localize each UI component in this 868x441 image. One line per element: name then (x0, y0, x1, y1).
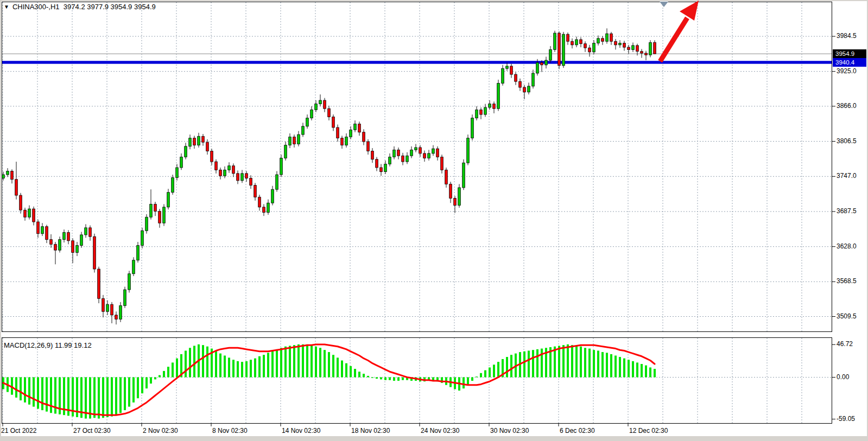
macd-histogram-bar (202, 345, 204, 377)
candle-bull (311, 110, 313, 118)
candlestick-chart-canvas[interactable] (0, 0, 868, 441)
macd-histogram-bar (575, 346, 578, 377)
macd-histogram-bar (119, 378, 122, 413)
macd-histogram-bar (384, 378, 387, 380)
macd-histogram-bar (619, 357, 621, 377)
macd-histogram-bar (462, 378, 465, 389)
macd-histogram-bar (319, 348, 321, 377)
candle-bull (649, 42, 652, 55)
macd-histogram-bar (389, 378, 391, 380)
candle-bear (523, 87, 526, 92)
macd-histogram-bar (163, 371, 165, 378)
macd-histogram-bar (367, 376, 369, 378)
candle-bull (489, 104, 491, 108)
candle-bear (111, 304, 113, 315)
candle-bull (554, 33, 556, 49)
macd-histogram-bar (358, 372, 360, 377)
chart-shift-marker-icon[interactable] (660, 2, 668, 7)
macd-histogram-bar (562, 345, 565, 377)
macd-histogram-bar (206, 347, 208, 378)
time-axis-label: 24 Nov 02:30 (421, 427, 459, 434)
macd-histogram-bar (354, 369, 356, 377)
horizontal-level-line[interactable] (2, 61, 832, 63)
candle-bull (284, 145, 287, 158)
macd-histogram-bar (167, 367, 169, 377)
time-axis-label: 30 Nov 02:30 (490, 427, 529, 434)
candle-bull (575, 40, 578, 45)
macd-histogram-bar (493, 365, 495, 377)
candle-bull (63, 233, 66, 240)
candle-bull (137, 245, 140, 260)
candle-bear (623, 43, 626, 48)
macd-histogram-bar (337, 357, 339, 377)
candle-bear (436, 149, 439, 157)
candle-bull (145, 217, 148, 231)
candle-bear (193, 138, 196, 145)
symbol-dropdown-icon[interactable]: ▼ (4, 4, 9, 10)
macd-histogram-bar (124, 378, 126, 411)
time-axis-label: 27 Oct 02:30 (73, 427, 111, 434)
candle-bull (467, 138, 470, 163)
candle-bear (449, 184, 452, 198)
candle-bull (132, 260, 135, 274)
candle-bear (15, 180, 18, 195)
macd-histogram-bar (89, 378, 91, 419)
macd-histogram-bar (614, 356, 617, 378)
candle-bear (493, 104, 496, 109)
macd-histogram-bar (471, 378, 473, 381)
candle-bull (2, 175, 5, 178)
price-axis-label: 3747.0 (837, 172, 857, 180)
candle-bull (302, 126, 305, 135)
candle-bull (41, 227, 44, 234)
macd-histogram-bar (324, 350, 326, 377)
macd-histogram-bar (115, 378, 117, 416)
candle-bear (67, 233, 70, 241)
macd-histogram-bar (497, 362, 499, 377)
price-axis-label: 3866.0 (837, 102, 857, 110)
macd-histogram-bar (350, 366, 352, 378)
candle-bull (532, 73, 535, 86)
candle-bull (536, 62, 539, 73)
candle-bear (20, 195, 22, 210)
macd-histogram-bar (24, 378, 26, 402)
macd-histogram-bar (37, 378, 39, 409)
candle-bull (350, 130, 352, 137)
macd-histogram-bar (567, 344, 569, 378)
candle-bull (150, 204, 153, 217)
candle-bull (354, 124, 357, 130)
candle-bull (85, 228, 87, 235)
candle-bear (380, 168, 383, 172)
macd-histogram-bar (536, 349, 538, 378)
macd-histogram-bar (150, 378, 152, 384)
ohlc-values-label: 3974.2 3977.9 3954.9 3954.9 (64, 3, 156, 11)
candle-bull (432, 149, 435, 154)
candle-bear (441, 157, 443, 170)
price-axis-label: 3806.5 (837, 137, 857, 145)
trend-arrow-head[interactable] (680, 1, 699, 21)
candle-bull (606, 34, 609, 41)
macd-histogram-bar (606, 353, 608, 377)
candle-bull (549, 49, 552, 60)
time-axis-label: 21 Oct 2022 (1, 427, 36, 434)
candle-bear (571, 41, 574, 45)
candle-bull (345, 137, 348, 145)
trend-arrow-shaft[interactable] (660, 18, 687, 61)
macd-histogram-bar (297, 344, 300, 378)
macd-histogram-bar (489, 367, 491, 377)
candle-bull (280, 158, 283, 175)
candle-bear (588, 48, 591, 52)
macd-histogram-bar (263, 355, 265, 377)
candle-bear (423, 154, 426, 158)
macd-histogram-bar (654, 369, 656, 377)
candle-bear (93, 237, 96, 269)
candle-bull (80, 235, 83, 246)
candle-bear (480, 110, 483, 114)
candle-bull (198, 136, 200, 145)
macd-axis-label: 0.00 (837, 373, 849, 381)
macd-histogram-bar (141, 378, 143, 394)
candle-bear (636, 46, 639, 52)
candle-bear (445, 170, 448, 184)
candle-bear (328, 108, 331, 117)
macd-histogram-bar (284, 347, 287, 378)
macd-histogram-bar (597, 350, 599, 377)
